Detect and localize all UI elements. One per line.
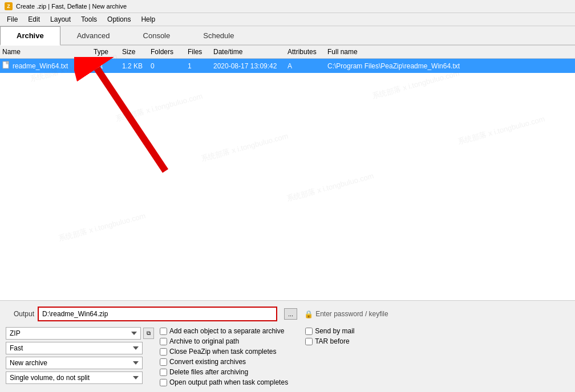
checkbox-separate-row: Add each object to a separate archive (160, 327, 288, 335)
tab-schedule[interactable]: Schedule (187, 26, 250, 44)
mode-dropdown[interactable]: New archive Add to archive Update archiv… (6, 357, 143, 369)
menu-tools[interactable]: Tools (76, 14, 102, 24)
tab-bar: Archive Advanced Console Schedule (0, 26, 575, 46)
title-bar: Z Create .zip | Fast, Deflate | New arch… (0, 0, 575, 13)
output-input-wrapper (38, 307, 277, 321)
menu-bar: File Edit Layout Tools Options Help (0, 13, 575, 26)
checkbox-original-path-row: Archive to original path (160, 337, 288, 345)
checkbox-delete-row: Delete files after archiving (160, 368, 288, 376)
main-content: Name Type Size Folders Files Date/time A… (0, 46, 575, 391)
app-icon: Z (5, 2, 13, 10)
menu-edit[interactable]: Edit (23, 14, 44, 24)
menu-layout[interactable]: Layout (46, 14, 75, 24)
col-header-attributes[interactable]: Attributes (285, 47, 325, 57)
checkbox-separate-label: Add each object to a separate archive (169, 327, 284, 335)
file-size: 1.2 KB (120, 61, 148, 71)
browse-button[interactable]: ... (284, 308, 297, 320)
output-label: Output (6, 310, 34, 318)
checkbox-col-left: Add each object to a separate archive Ar… (160, 327, 288, 386)
checkbox-tar-before-label: TAR before (315, 337, 349, 345)
col-header-type[interactable]: Type (91, 47, 120, 57)
file-name: readme_Win64.txt (13, 62, 68, 70)
col-header-files[interactable]: Files (185, 47, 211, 57)
tab-archive[interactable]: Archive (0, 26, 60, 46)
password-label[interactable]: Enter password / keyfile (315, 310, 388, 318)
split-dropdown[interactable]: Single volume, do not split Split 650MB … (6, 371, 143, 384)
format-dropdown[interactable]: ZIP 7Z TAR GZ (6, 327, 141, 340)
checkbox-open-output-label: Open output path when task completes (169, 378, 288, 386)
col-header-fullname[interactable]: Full name (325, 47, 575, 57)
format-wrapper: ZIP 7Z TAR GZ ⧉ (6, 327, 154, 340)
checkbox-close-peazip-label: Close PeaZip when task completes (169, 348, 276, 356)
checkbox-open-output-row: Open output path when task completes (160, 378, 288, 386)
checkbox-send-mail-label: Send by mail (315, 327, 354, 335)
window-title: Create .zip | Fast, Deflate | New archiv… (16, 3, 127, 10)
checkbox-original-path[interactable] (160, 338, 167, 345)
file-icon (2, 61, 10, 71)
checkbox-close-peazip-row: Close PeaZip when task completes (160, 348, 288, 356)
col-header-name[interactable]: Name (0, 47, 91, 57)
checkbox-columns: Add each object to a separate archive Ar… (160, 327, 569, 386)
tab-advanced[interactable]: Advanced (60, 26, 127, 44)
file-fullname: C:\Program Files\PeaZip\readme_Win64.txt (325, 61, 575, 71)
checkbox-separate[interactable] (160, 328, 167, 335)
left-controls: ZIP 7Z TAR GZ ⧉ Fast Store Fastest Norma… (6, 327, 154, 386)
compression-dropdown[interactable]: Fast Store Fastest Normal Maximum (6, 342, 143, 354)
password-row: 🔒 Enter password / keyfile (304, 310, 388, 318)
controls-row: ZIP 7Z TAR GZ ⧉ Fast Store Fastest Norma… (6, 327, 569, 386)
split-wrapper: Single volume, do not split Split 650MB … (6, 371, 154, 384)
checkbox-convert[interactable] (160, 358, 167, 366)
checkbox-open-output[interactable] (160, 379, 167, 386)
menu-help[interactable]: Help (136, 14, 160, 24)
file-datetime: 2020-08-17 13:09:42 (211, 61, 285, 71)
mode-wrapper: New archive Add to archive Update archiv… (6, 357, 154, 369)
col-header-size[interactable]: Size (120, 47, 148, 57)
file-folders: 0 (148, 61, 185, 71)
compression-wrapper: Fast Store Fastest Normal Maximum (6, 342, 154, 354)
checkbox-convert-label: Convert existing archives (169, 358, 246, 366)
output-row: Output ... 🔒 Enter password / keyfile (6, 307, 569, 321)
checkbox-convert-row: Convert existing archives (160, 358, 288, 366)
copy-format-button[interactable]: ⧉ (143, 328, 154, 339)
checkbox-delete-label: Delete files after archiving (169, 368, 248, 376)
checkbox-close-peazip[interactable] (160, 348, 167, 356)
file-list-section: Name Type Size Folders Files Date/time A… (0, 46, 575, 301)
lock-icon: 🔒 (304, 310, 313, 318)
col-header-folders[interactable]: Folders (148, 47, 185, 57)
checkbox-delete-files[interactable] (160, 369, 167, 376)
bottom-panel: Output ... 🔒 Enter password / keyfile ZI… (0, 301, 575, 391)
col-header-datetime[interactable]: Date/time (211, 47, 285, 57)
table-row[interactable]: readme_Win64.txt .txt 1.2 KB 0 1 2020-08… (0, 59, 575, 73)
column-headers: Name Type Size Folders Files Date/time A… (0, 46, 575, 59)
output-path-input[interactable] (39, 308, 261, 320)
checkbox-col-right: Send by mail TAR before (305, 327, 354, 386)
right-controls: Add each object to a separate archive Ar… (160, 327, 569, 386)
checkbox-send-mail[interactable] (305, 328, 313, 335)
watermark: 系统部落 x i.tongbuluo.com 系统部落 x i.tongbulu… (0, 46, 575, 300)
file-type: .txt (91, 61, 120, 71)
checkbox-tar-before[interactable] (305, 338, 313, 345)
menu-file[interactable]: File (2, 14, 22, 24)
checkbox-send-mail-row: Send by mail (305, 327, 354, 335)
file-attributes: A (285, 61, 325, 71)
menu-options[interactable]: Options (103, 14, 135, 24)
tab-console[interactable]: Console (127, 26, 187, 44)
checkbox-original-path-label: Archive to original path (169, 337, 239, 345)
arrow-annotation (74, 57, 188, 184)
file-files: 1 (185, 61, 211, 71)
checkbox-tar-before-row: TAR before (305, 337, 354, 345)
